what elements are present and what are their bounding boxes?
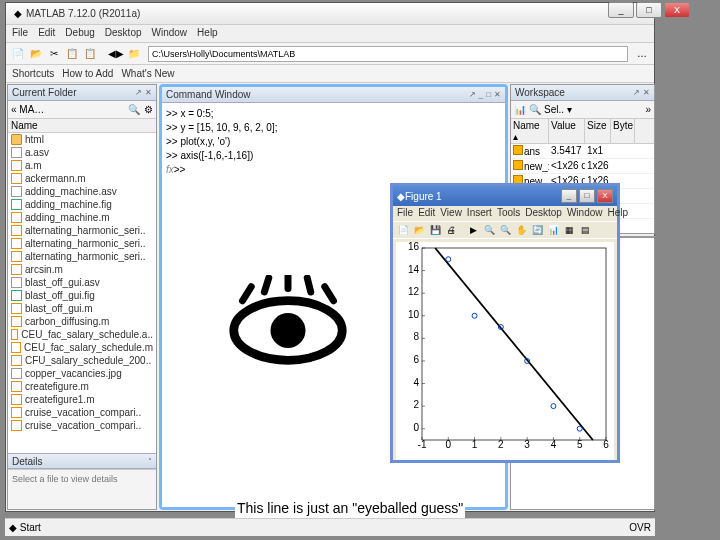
menu-edit[interactable]: Edit bbox=[38, 27, 55, 40]
file-row[interactable]: CEU_fac_salary_schedule.m bbox=[8, 341, 156, 354]
fig-pan-icon[interactable]: ✋ bbox=[514, 223, 528, 237]
file-row[interactable]: copper_vacancies.jpg bbox=[8, 367, 156, 380]
fig-menu-help[interactable]: Help bbox=[608, 207, 629, 220]
fig-close-button[interactable]: X bbox=[597, 189, 613, 203]
undock-icon[interactable]: ↗ bbox=[633, 88, 640, 97]
file-row[interactable]: blast_off_gui.fig bbox=[8, 289, 156, 302]
browse-icon[interactable]: … bbox=[634, 46, 650, 62]
undock-icon[interactable]: ↗ bbox=[135, 88, 142, 97]
search-icon[interactable]: 🔍 bbox=[128, 104, 140, 115]
close-button[interactable]: X bbox=[664, 2, 690, 18]
file-row[interactable]: cruise_vacation_compari.. bbox=[8, 419, 156, 432]
open-icon[interactable]: 📂 bbox=[28, 46, 44, 62]
address-arrow-icon[interactable]: ◀▶ bbox=[108, 48, 124, 59]
fig-menu-insert[interactable]: Insert bbox=[467, 207, 492, 220]
fig-menu-view[interactable]: View bbox=[440, 207, 462, 220]
folder-pane-header[interactable]: Current Folder ↗ ✕ bbox=[8, 85, 156, 101]
workspace-row[interactable]: new_x<1x26 d..1x26 bbox=[511, 159, 654, 174]
gear-icon[interactable]: ⚙ bbox=[144, 104, 153, 115]
ws-search-icon[interactable]: 🔍 bbox=[529, 104, 541, 115]
file-list-header[interactable]: Name bbox=[8, 119, 156, 133]
svg-text:10: 10 bbox=[408, 309, 420, 320]
fig-menu-desktop[interactable]: Desktop bbox=[525, 207, 562, 220]
file-row[interactable]: a.asv bbox=[8, 146, 156, 159]
fig-rotate-icon[interactable]: 🔄 bbox=[530, 223, 544, 237]
fig-datacursor-icon[interactable]: 📊 bbox=[546, 223, 560, 237]
fig-zoomin-icon[interactable]: 🔍 bbox=[482, 223, 496, 237]
fig-max-button[interactable]: □ bbox=[579, 189, 595, 203]
maximize-icon[interactable]: □ bbox=[486, 90, 491, 99]
svg-text:12: 12 bbox=[408, 286, 420, 297]
file-row[interactable]: ackermann.m bbox=[8, 172, 156, 185]
chevron-up-icon[interactable]: ˄ bbox=[148, 457, 152, 466]
workspace-columns[interactable]: Name ▴ Value Size Byte bbox=[511, 119, 654, 144]
fig-menu-window[interactable]: Window bbox=[567, 207, 603, 220]
folder-icon[interactable]: 📁 bbox=[126, 46, 142, 62]
workspace-header[interactable]: Workspace ↗ ✕ bbox=[511, 85, 654, 101]
menu-desktop[interactable]: Desktop bbox=[105, 27, 142, 40]
figure-window[interactable]: ◆ Figure 1 _ □ X File Edit View Insert T… bbox=[390, 183, 620, 463]
figure-axes[interactable]: -101234560246810121416 bbox=[396, 242, 614, 460]
fig-menu-file[interactable]: File bbox=[397, 207, 413, 220]
file-row[interactable]: adding_machine.asv bbox=[8, 185, 156, 198]
chevron-down-icon[interactable]: ▾ bbox=[567, 104, 572, 115]
maximize-button[interactable]: □ bbox=[636, 2, 662, 18]
new-icon[interactable]: 📄 bbox=[10, 46, 26, 62]
file-row[interactable]: blast_off_gui.asv bbox=[8, 276, 156, 289]
command-header[interactable]: Command Window ↗ _ □ ✕ bbox=[162, 87, 505, 103]
fig-new-icon[interactable]: 📄 bbox=[396, 223, 410, 237]
shortcut-whatsnew[interactable]: What's New bbox=[121, 68, 174, 79]
file-row[interactable]: adding_machine.fig bbox=[8, 198, 156, 211]
workspace-row[interactable]: ans3.54171x1 bbox=[511, 144, 654, 159]
fig-pointer-icon[interactable]: ▶ bbox=[466, 223, 480, 237]
file-row[interactable]: arcsin.m bbox=[8, 263, 156, 276]
minimize-icon[interactable]: _ bbox=[479, 90, 483, 99]
pane-close-icon[interactable]: ✕ bbox=[494, 90, 501, 99]
cut-icon[interactable]: ✂ bbox=[46, 46, 62, 62]
menu-help[interactable]: Help bbox=[197, 27, 218, 40]
file-row[interactable]: adding_machine.m bbox=[8, 211, 156, 224]
address-bar[interactable] bbox=[148, 46, 628, 62]
pane-close-icon[interactable]: ✕ bbox=[643, 88, 650, 97]
fig-menu-edit[interactable]: Edit bbox=[418, 207, 435, 220]
file-icon bbox=[11, 329, 18, 340]
menu-window[interactable]: Window bbox=[152, 27, 188, 40]
menu-debug[interactable]: Debug bbox=[65, 27, 94, 40]
fig-colorbar-icon[interactable]: ▦ bbox=[562, 223, 576, 237]
fig-min-button[interactable]: _ bbox=[561, 189, 577, 203]
file-row[interactable]: createfigure1.m bbox=[8, 393, 156, 406]
file-row[interactable]: alternating_harmonic_seri.. bbox=[8, 250, 156, 263]
file-row[interactable]: a.m bbox=[8, 159, 156, 172]
file-row[interactable]: CEU_fac_salary_schedule.a.. bbox=[8, 328, 156, 341]
fig-menu-tools[interactable]: Tools bbox=[497, 207, 520, 220]
file-row[interactable]: alternating_harmonic_seri.. bbox=[8, 224, 156, 237]
minimize-button[interactable]: _ bbox=[608, 2, 634, 18]
fig-legend-icon[interactable]: ▤ bbox=[578, 223, 592, 237]
start-button[interactable]: ◆ Start bbox=[9, 522, 41, 533]
copy-icon[interactable]: 📋 bbox=[64, 46, 80, 62]
figure-titlebar[interactable]: ◆ Figure 1 _ □ X bbox=[393, 186, 617, 206]
file-row[interactable]: createfigure.m bbox=[8, 380, 156, 393]
file-row[interactable]: blast_off_gui.m bbox=[8, 302, 156, 315]
shortcut-howto[interactable]: How to Add bbox=[62, 68, 113, 79]
details-header[interactable]: Details ˄ bbox=[8, 453, 156, 469]
select-dropdown[interactable]: Sel.. bbox=[544, 104, 564, 115]
file-row[interactable]: cruise_vacation_compari.. bbox=[8, 406, 156, 419]
svg-line-4 bbox=[325, 287, 334, 301]
file-row[interactable]: carbon_diffusing.m bbox=[8, 315, 156, 328]
fig-print-icon[interactable]: 🖨 bbox=[444, 223, 458, 237]
file-row[interactable]: alternating_harmonic_seri.. bbox=[8, 237, 156, 250]
stack-icon[interactable]: 📊 bbox=[514, 104, 526, 115]
pane-close-icon[interactable]: ✕ bbox=[145, 88, 152, 97]
paste-icon[interactable]: 📋 bbox=[82, 46, 98, 62]
file-row[interactable]: CFU_salary_schedule_200.. bbox=[8, 354, 156, 367]
menu-file[interactable]: File bbox=[12, 27, 28, 40]
fig-open-icon[interactable]: 📂 bbox=[412, 223, 426, 237]
file-row[interactable]: html bbox=[8, 133, 156, 146]
fig-zoomout-icon[interactable]: 🔍 bbox=[498, 223, 512, 237]
file-list[interactable]: htmla.asva.mackermann.madding_machine.as… bbox=[8, 133, 156, 453]
more-icon[interactable]: » bbox=[645, 104, 651, 115]
undock-icon[interactable]: ↗ bbox=[469, 90, 476, 99]
fig-save-icon[interactable]: 💾 bbox=[428, 223, 442, 237]
folder-path[interactable]: « MA… bbox=[11, 104, 44, 115]
